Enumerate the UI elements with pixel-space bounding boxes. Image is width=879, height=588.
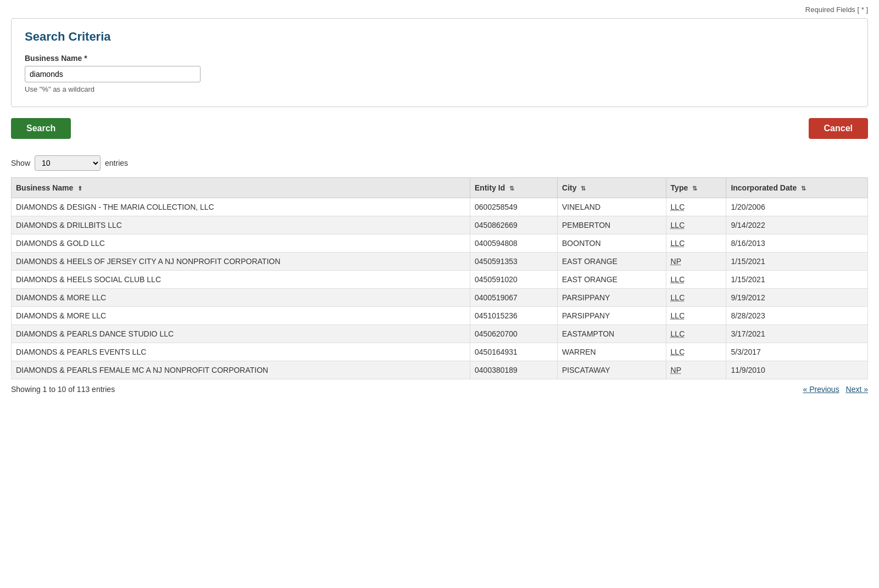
showing-text: Showing 1 to 10 of 113 entries (11, 385, 115, 394)
cell-entity-id: 0451015236 (470, 307, 558, 325)
cell-incorporated-date: 1/15/2021 (726, 271, 868, 289)
cell-city: BOONTON (558, 234, 666, 253)
cell-business-name: DIAMONDS & DESIGN - THE MARIA COLLECTION… (12, 198, 470, 216)
cell-business-name: DIAMONDS & HEELS SOCIAL CLUB LLC (12, 271, 470, 289)
pagination-links: « Previous Next » (798, 385, 868, 394)
col-city[interactable]: City ⇅ (558, 178, 666, 198)
search-criteria-title: Search Criteria (25, 30, 854, 44)
cell-type: NP (666, 253, 726, 271)
required-fields-label: Required Fields [ * ] (11, 5, 868, 14)
cell-entity-id: 0400594808 (470, 234, 558, 253)
table-row: DIAMONDS & DRILLBITS LLC0450862669PEMBER… (12, 216, 868, 234)
entries-select[interactable]: 10 25 50 100 (35, 155, 101, 171)
cell-type: LLC (666, 271, 726, 289)
entries-label: entries (105, 159, 128, 167)
cell-business-name: DIAMONDS & PEARLS DANCE STUDIO LLC (12, 325, 470, 343)
cell-entity-id: 0400380189 (470, 361, 558, 379)
cell-entity-id: 0450164931 (470, 343, 558, 361)
table-row: DIAMONDS & MORE LLC0451015236PARSIPPANYL… (12, 307, 868, 325)
cell-city: EAST ORANGE (558, 253, 666, 271)
table-row: DIAMONDS & GOLD LLC0400594808BOONTONLLC8… (12, 234, 868, 253)
sort-icon-type: ⇅ (692, 185, 697, 192)
cell-city: VINELAND (558, 198, 666, 216)
cell-type: LLC (666, 216, 726, 234)
search-button[interactable]: Search (11, 118, 71, 139)
cell-type: LLC (666, 289, 726, 307)
cell-type: LLC (666, 307, 726, 325)
col-business-name[interactable]: Business Name ⬆ (12, 178, 470, 198)
cell-type: LLC (666, 325, 726, 343)
cell-business-name: DIAMONDS & PEARLS FEMALE MC A NJ NONPROF… (12, 361, 470, 379)
cell-business-name: DIAMONDS & PEARLS EVENTS LLC (12, 343, 470, 361)
cell-city: PARSIPPANY (558, 307, 666, 325)
cell-entity-id: 0450591020 (470, 271, 558, 289)
show-label: Show (11, 159, 30, 167)
cell-business-name: DIAMONDS & DRILLBITS LLC (12, 216, 470, 234)
cell-entity-id: 0400519067 (470, 289, 558, 307)
table-row: DIAMONDS & HEELS SOCIAL CLUB LLC04505910… (12, 271, 868, 289)
table-body: DIAMONDS & DESIGN - THE MARIA COLLECTION… (12, 198, 868, 379)
table-row: DIAMONDS & MORE LLC0400519067PARSIPPANYL… (12, 289, 868, 307)
cell-type: LLC (666, 198, 726, 216)
cell-type: LLC (666, 234, 726, 253)
cell-entity-id: 0450591353 (470, 253, 558, 271)
cell-city: PARSIPPANY (558, 289, 666, 307)
table-header: Business Name ⬆ Entity Id ⇅ City ⇅ Type … (12, 178, 868, 198)
cell-incorporated-date: 8/28/2023 (726, 307, 868, 325)
table-row: DIAMONDS & PEARLS EVENTS LLC0450164931WA… (12, 343, 868, 361)
next-link[interactable]: Next » (846, 385, 868, 394)
cell-incorporated-date: 9/14/2022 (726, 216, 868, 234)
col-entity-id[interactable]: Entity Id ⇅ (470, 178, 558, 198)
table-footer: Showing 1 to 10 of 113 entries « Previou… (11, 385, 868, 394)
cell-incorporated-date: 3/17/2021 (726, 325, 868, 343)
cell-type: LLC (666, 343, 726, 361)
cell-incorporated-date: 1/20/2006 (726, 198, 868, 216)
wildcard-hint: Use "%" as a wildcard (25, 85, 854, 93)
table-row: DIAMONDS & HEELS OF JERSEY CITY A NJ NON… (12, 253, 868, 271)
cell-city: PEMBERTON (558, 216, 666, 234)
cell-entity-id: 0450620700 (470, 325, 558, 343)
cell-business-name: DIAMONDS & HEELS OF JERSEY CITY A NJ NON… (12, 253, 470, 271)
business-name-label: Business Name * (25, 54, 854, 63)
sort-icon-incorporated-date: ⇅ (801, 185, 806, 192)
cell-business-name: DIAMONDS & MORE LLC (12, 307, 470, 325)
search-criteria-box: Search Criteria Business Name * Use "%" … (11, 18, 868, 107)
business-name-input[interactable] (25, 66, 201, 82)
table-row: DIAMONDS & PEARLS DANCE STUDIO LLC045062… (12, 325, 868, 343)
cell-incorporated-date: 11/9/2010 (726, 361, 868, 379)
cell-incorporated-date: 9/19/2012 (726, 289, 868, 307)
cell-incorporated-date: 5/3/2017 (726, 343, 868, 361)
table-row: DIAMONDS & DESIGN - THE MARIA COLLECTION… (12, 198, 868, 216)
show-entries-row: Show 10 25 50 100 entries (11, 155, 868, 171)
cell-city: EASTAMPTON (558, 325, 666, 343)
cell-entity-id: 0600258549 (470, 198, 558, 216)
sort-icon-city: ⇅ (581, 185, 586, 192)
cell-incorporated-date: 8/16/2013 (726, 234, 868, 253)
cell-business-name: DIAMONDS & MORE LLC (12, 289, 470, 307)
cell-city: WARREN (558, 343, 666, 361)
cell-city: PISCATAWAY (558, 361, 666, 379)
cancel-button[interactable]: Cancel (809, 118, 868, 139)
cell-business-name: DIAMONDS & GOLD LLC (12, 234, 470, 253)
col-incorporated-date[interactable]: Incorporated Date ⇅ (726, 178, 868, 198)
table-row: DIAMONDS & PEARLS FEMALE MC A NJ NONPROF… (12, 361, 868, 379)
previous-link[interactable]: « Previous (803, 385, 839, 394)
sort-icon-entity-id: ⇅ (509, 185, 514, 192)
sort-icon-business-name: ⬆ (77, 185, 82, 192)
cell-type: NP (666, 361, 726, 379)
cell-city: EAST ORANGE (558, 271, 666, 289)
cell-entity-id: 0450862669 (470, 216, 558, 234)
cell-incorporated-date: 1/15/2021 (726, 253, 868, 271)
col-type[interactable]: Type ⇅ (666, 178, 726, 198)
action-buttons: Search Cancel (11, 118, 868, 139)
results-table: Business Name ⬆ Entity Id ⇅ City ⇅ Type … (11, 177, 868, 379)
